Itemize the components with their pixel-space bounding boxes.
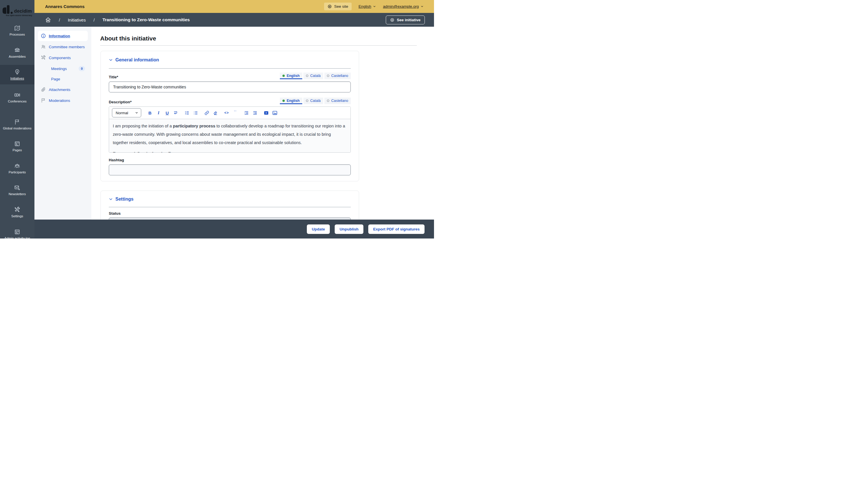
italic-button[interactable]: I — [155, 109, 162, 117]
bullet-list-icon — [193, 110, 198, 115]
update-button[interactable]: Update — [307, 224, 330, 234]
target-icon — [328, 4, 332, 9]
flag-icon — [41, 98, 46, 103]
sidebar-item-processes[interactable]: Processes — [0, 23, 34, 38]
underline-icon: U — [166, 110, 169, 115]
description-language-selector: English Català Castellano — [280, 98, 351, 104]
sidebar-item-admin-activity-log[interactable]: Admin activity log — [0, 227, 34, 238]
paragraph-style-select[interactable]: Normal — [112, 108, 141, 117]
link-icon — [205, 110, 209, 115]
sidebar-item-newsletters[interactable]: Newsletters — [0, 183, 34, 198]
activity-log-icon — [14, 229, 20, 235]
breadcrumb-bar: / Initiatives / Transitioning to Zero-Wa… — [34, 13, 434, 27]
erase-button[interactable] — [212, 109, 219, 117]
paperclip-icon — [41, 87, 46, 92]
breadcrumb-initiatives-link[interactable]: Initiatives — [68, 18, 86, 22]
sidebar-item-pages[interactable]: Pages — [0, 139, 34, 154]
sidebar-item-participants[interactable]: Participants — [0, 161, 34, 176]
language-menu[interactable]: English — [359, 4, 376, 9]
settings-toggle[interactable]: Settings — [109, 197, 351, 202]
unpublish-button[interactable]: Unpublish — [335, 224, 363, 234]
section-divider — [109, 207, 351, 207]
sidebar-item-initiatives[interactable]: Initiatives — [0, 65, 34, 84]
hashtag-input[interactable] — [109, 164, 351, 176]
bullet-list-button[interactable] — [192, 109, 199, 117]
code-icon: <> — [224, 111, 229, 115]
sidebar-item-conferences[interactable]: Conferences — [0, 90, 34, 105]
language-tab-castellano[interactable]: Castellano — [324, 73, 351, 79]
chevron-down-icon — [135, 111, 138, 115]
breadcrumb-current: Transitioning to Zero-Waste communities — [102, 17, 190, 22]
decidim-logo[interactable]: decidim free open-source democracy — [2, 5, 32, 17]
logo-dot — [11, 12, 12, 14]
language-tab-english[interactable]: English — [280, 73, 302, 79]
language-tab-english[interactable]: English — [280, 98, 302, 104]
untranslated-dot-icon — [306, 75, 308, 77]
blockquote-icon: “ — [234, 111, 237, 115]
description-field-label: Description* — [109, 100, 132, 104]
language-tab-catala[interactable]: Català — [303, 98, 323, 104]
submenu-item-committee-members[interactable]: Committee members — [38, 42, 88, 52]
chevron-down-icon — [421, 5, 424, 8]
decidim-logo-mark: decidim — [2, 5, 32, 14]
home-link[interactable] — [45, 17, 51, 23]
submenu-item-information[interactable]: Information — [38, 31, 88, 41]
translated-dot-icon — [282, 100, 285, 102]
code-block-button[interactable]: <> — [223, 109, 230, 117]
submenu-item-page[interactable]: Page — [38, 74, 88, 84]
submenu-item-attachments[interactable]: Attachments — [38, 84, 88, 95]
sidebar-item-settings[interactable]: Settings — [0, 204, 34, 220]
hard-break-button[interactable] — [172, 109, 180, 117]
organization-name: Annares Commons — [45, 4, 85, 9]
status-field-label: Status — [109, 211, 351, 216]
section-divider — [109, 68, 351, 69]
initiative-submenu: Information Committee members Components… — [34, 27, 91, 238]
flag-icon — [14, 119, 20, 125]
bold-button[interactable]: B — [146, 109, 154, 117]
underline-button[interactable]: U — [163, 109, 171, 117]
export-pdf-signatures-button[interactable]: Export PDF of signatures — [368, 224, 425, 234]
committee-people-icon — [41, 44, 46, 50]
submenu-item-moderations[interactable]: Moderations — [38, 95, 88, 106]
account-menu[interactable]: admin@example.org — [383, 4, 424, 9]
title-input[interactable] — [109, 82, 351, 92]
logo-tagline: free open-source democracy — [2, 14, 32, 17]
top-bar: Annares Commons See site English admin@e… — [34, 0, 434, 13]
ordered-list-button[interactable] — [183, 109, 191, 117]
editor-toolbar: Normal B I U — [109, 107, 350, 119]
people-group-icon — [14, 163, 20, 169]
general-information-toggle[interactable]: General information — [109, 57, 351, 63]
language-tab-castellano[interactable]: Castellano — [324, 98, 351, 104]
description-partial-heading: Proposed Goals for the Process — [113, 151, 347, 152]
logo-shape — [7, 5, 9, 14]
eraser-icon — [213, 110, 218, 115]
description-editor-content[interactable]: I am proposing the initiation of a parti… — [109, 119, 350, 152]
info-icon — [41, 33, 46, 38]
form-actions-bar: Update Unpublish Export PDF of signature… — [34, 220, 434, 238]
chevron-down-icon — [109, 58, 113, 62]
language-tab-catala[interactable]: Català — [303, 73, 323, 79]
translated-dot-icon — [282, 75, 285, 77]
image-button[interactable] — [271, 109, 279, 117]
sidebar-item-global-moderations[interactable]: Global moderations — [0, 117, 34, 132]
link-button[interactable] — [203, 109, 211, 117]
target-icon — [390, 18, 394, 22]
italic-icon: I — [158, 110, 160, 115]
blockquote-button[interactable]: “ — [231, 109, 239, 117]
video-embed-button[interactable] — [262, 109, 270, 117]
home-icon — [45, 17, 51, 23]
indent-button[interactable] — [243, 109, 250, 117]
bank-icon — [14, 47, 20, 53]
page-title: About this initiative — [100, 35, 434, 42]
image-icon — [272, 110, 278, 116]
logo-shape — [3, 7, 6, 14]
see-site-link[interactable]: See site — [324, 3, 352, 10]
sidebar-item-assemblies[interactable]: Assemblies — [0, 45, 34, 61]
description-paragraph: I am proposing the initiation of a parti… — [113, 122, 347, 147]
submenu-item-components[interactable]: Components — [38, 53, 88, 63]
submenu-item-meetings[interactable]: Meetings 0 — [38, 63, 88, 74]
outdent-icon — [253, 110, 257, 115]
outdent-button[interactable] — [251, 109, 259, 117]
see-initiative-button[interactable]: See initiative — [386, 15, 425, 24]
untranslated-dot-icon — [327, 100, 329, 102]
